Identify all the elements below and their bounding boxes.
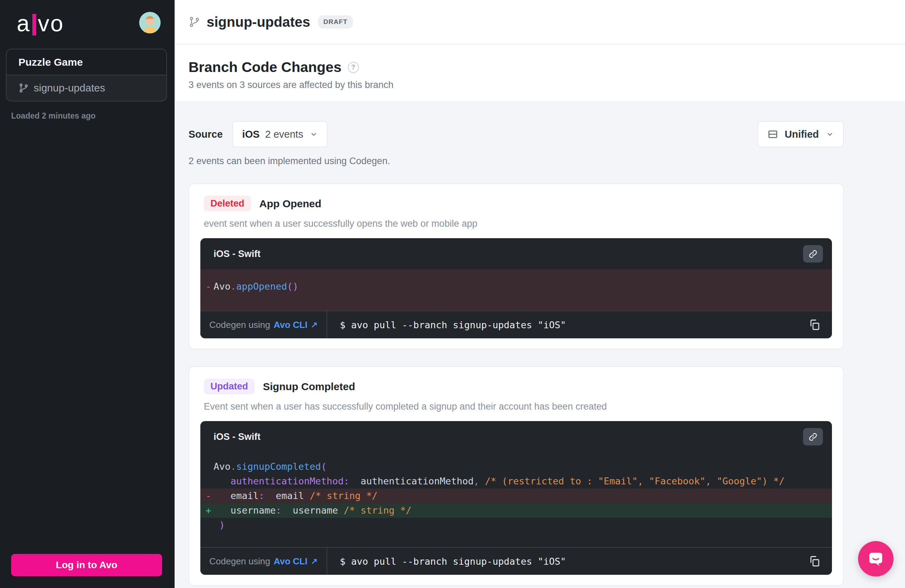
workspace-box: Puzzle Game signup-updates bbox=[6, 49, 167, 101]
code-line-deleted: -Avo.appOpened() bbox=[200, 269, 832, 311]
code-body: -Avo.appOpened() bbox=[200, 269, 832, 311]
toolbar: Source iOS 2 events Unified bbox=[189, 121, 844, 147]
status-badge: Deleted bbox=[204, 196, 251, 211]
code-line-added: + username: username /* string */ bbox=[200, 503, 832, 518]
unified-view-icon bbox=[767, 129, 778, 139]
view-mode-select[interactable]: Unified bbox=[757, 121, 844, 147]
sidebar-item-branch[interactable]: signup-updates bbox=[6, 76, 166, 101]
cli-prefix: Codegen using bbox=[210, 320, 270, 330]
code-line-normal: Avo.signupCompleted( bbox=[200, 460, 832, 474]
event-title: Signup Completed bbox=[263, 381, 355, 393]
view-mode-label: Unified bbox=[785, 128, 819, 140]
codegen-footer: Codegen using Avo CLI ↗ $ avo pull --bra… bbox=[200, 311, 832, 338]
source-label: Source bbox=[189, 128, 222, 140]
diff-minus-marker: - bbox=[206, 488, 211, 503]
link-icon bbox=[808, 249, 818, 259]
logo-pink-bar bbox=[32, 14, 36, 35]
chevron-down-icon bbox=[826, 130, 834, 138]
cli-command: $ avo pull --branch signup-updates "iOS" bbox=[340, 556, 807, 567]
source-name: iOS bbox=[242, 128, 259, 140]
code-line-deleted: - email: email /* string */ bbox=[200, 488, 832, 503]
loaded-status: Loaded 2 minutes ago bbox=[11, 111, 175, 120]
main-area: signup-updates DRAFT Branch Code Changes… bbox=[175, 0, 905, 588]
code-block: iOS - Swift -Avo.appOpened() Codegen usi… bbox=[200, 238, 832, 338]
code-line-normal: ) bbox=[200, 518, 832, 533]
copy-icon bbox=[808, 555, 821, 567]
diff-plus-marker: + bbox=[206, 503, 211, 518]
link-button[interactable] bbox=[803, 428, 823, 445]
code-block-title: iOS - Swift bbox=[214, 431, 260, 442]
external-link-icon: ↗ bbox=[311, 320, 318, 330]
intro-section: Branch Code Changes ? 3 events on 3 sour… bbox=[175, 44, 905, 101]
status-badge: Updated bbox=[204, 379, 255, 394]
cli-prefix: Codegen using bbox=[210, 556, 270, 567]
git-branch-icon bbox=[18, 83, 29, 93]
codegen-note: 2 events can been implemented using Code… bbox=[189, 156, 844, 166]
event-card-signup-completed: Updated Signup Completed Event sent when… bbox=[189, 366, 844, 586]
avo-cli-link[interactable]: Avo CLI bbox=[274, 320, 308, 330]
copy-button[interactable] bbox=[807, 553, 822, 569]
page-branch-title: signup-updates bbox=[206, 14, 310, 30]
code-block: iOS - Swift Avo.signupCompleted( authent… bbox=[200, 421, 832, 575]
chevron-down-icon bbox=[310, 130, 318, 138]
sidebar-branch-label: signup-updates bbox=[34, 82, 105, 94]
event-description: event sent when a user successfully open… bbox=[204, 219, 832, 229]
logo-vo: vo bbox=[38, 12, 64, 35]
link-icon bbox=[808, 432, 818, 442]
code-block-title: iOS - Swift bbox=[214, 249, 260, 259]
source-select[interactable]: iOS 2 events bbox=[232, 121, 328, 147]
avo-logo: avo bbox=[17, 12, 64, 35]
codegen-footer: Codegen using Avo CLI ↗ $ avo pull --bra… bbox=[200, 547, 832, 575]
help-icon[interactable]: ? bbox=[348, 62, 359, 73]
page-title: Branch Code Changes bbox=[189, 59, 341, 76]
diff-minus-marker: - bbox=[206, 269, 211, 304]
branch-header: signup-updates DRAFT bbox=[175, 0, 905, 44]
event-title: App Opened bbox=[259, 198, 321, 210]
cli-command: $ avo pull --branch signup-updates "iOS" bbox=[340, 320, 807, 330]
event-card-app-opened: Deleted App Opened event sent when a use… bbox=[189, 183, 844, 349]
code-line-normal: authenticationMethod: authenticationMeth… bbox=[200, 474, 832, 488]
event-description: Event sent when a user has successfully … bbox=[204, 401, 832, 412]
link-button[interactable] bbox=[803, 245, 823, 263]
external-link-icon: ↗ bbox=[311, 557, 318, 566]
chat-button[interactable] bbox=[858, 541, 894, 577]
user-avatar[interactable] bbox=[139, 12, 161, 33]
source-event-count: 2 events bbox=[265, 128, 303, 140]
git-branch-icon bbox=[189, 16, 200, 28]
draft-status-badge: DRAFT bbox=[318, 15, 353, 29]
sidebar: avo Puzzle Game signup-updates Loaded 2 … bbox=[0, 0, 175, 588]
code-body: Avo.signupCompleted( authenticationMetho… bbox=[200, 452, 832, 547]
avo-cli-link[interactable]: Avo CLI bbox=[274, 556, 308, 567]
copy-icon bbox=[808, 319, 821, 331]
page-subtitle: 3 events on 3 sources are affected by th… bbox=[189, 79, 891, 90]
chat-bubble-icon bbox=[867, 550, 885, 568]
copy-button[interactable] bbox=[807, 317, 822, 333]
sidebar-item-workspace[interactable]: Puzzle Game bbox=[6, 49, 166, 76]
logo-a: a bbox=[17, 12, 30, 35]
changes-section: Source iOS 2 events Unified 2 events can… bbox=[175, 101, 905, 588]
login-button[interactable]: Log in to Avo bbox=[11, 554, 162, 576]
